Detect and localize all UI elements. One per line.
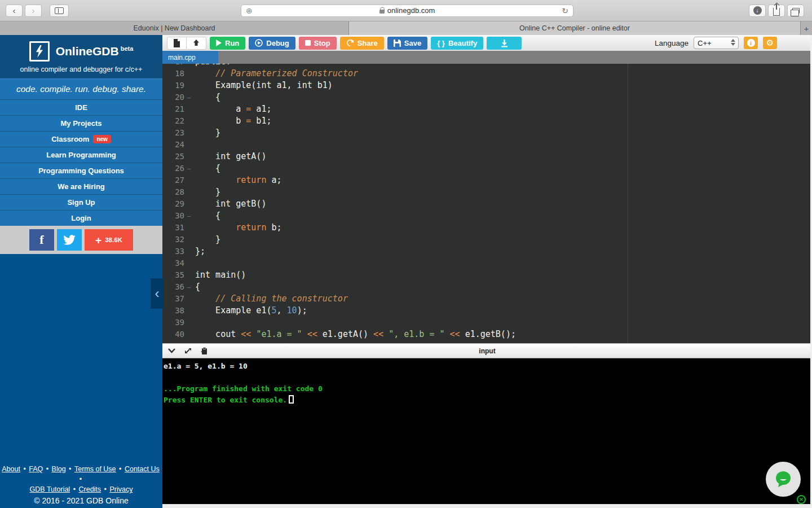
line-number[interactable]: 37	[162, 293, 192, 305]
console-output[interactable]: e1.a = 5, e1.b = 10...Program finished w…	[162, 358, 812, 504]
fold-marker-icon[interactable]: –	[187, 210, 191, 222]
forward-button[interactable]: ›	[25, 5, 42, 17]
code-line[interactable]: 30– {	[162, 210, 812, 222]
code-line[interactable]: 24	[162, 139, 812, 151]
line-number[interactable]: 38	[162, 305, 192, 317]
code-line[interactable]: 40 cout << "e1.a = " << e1.getA() << ", …	[162, 329, 812, 340]
info-button[interactable]: i	[744, 37, 758, 49]
reload-icon[interactable]: ↻	[562, 6, 568, 15]
code-line[interactable]: 23 }	[162, 127, 812, 139]
code-line[interactable]: 34	[162, 257, 812, 269]
line-number[interactable]: 29	[162, 198, 192, 210]
code-line[interactable]: 20– {	[162, 91, 812, 103]
code-line[interactable]: 39	[162, 317, 812, 329]
line-number[interactable]: 26–	[162, 163, 192, 174]
fold-marker-icon[interactable]: –	[187, 91, 191, 103]
new-tab-button[interactable]: +	[801, 21, 812, 35]
footer-link[interactable]: Terms of Use	[74, 465, 116, 473]
code-line[interactable]: 33};	[162, 246, 812, 257]
download-button[interactable]	[487, 37, 522, 50]
settings-button[interactable]: ⚙	[763, 37, 777, 49]
open-file-button[interactable]	[187, 37, 206, 50]
line-number[interactable]: 31	[162, 222, 192, 234]
line-number[interactable]: 28	[162, 186, 192, 198]
share-page-button[interactable]	[768, 5, 785, 17]
fold-marker-icon[interactable]: –	[187, 163, 191, 174]
code-line[interactable]: 29 int getB()	[162, 198, 812, 210]
sidebar-item-sign-up[interactable]: Sign Up	[0, 194, 162, 210]
footer-link[interactable]: About	[2, 465, 20, 473]
beautify-button[interactable]: { } Beautify	[431, 37, 483, 50]
footer-link[interactable]: FAQ	[29, 465, 43, 473]
line-number[interactable]: 25	[162, 151, 192, 163]
file-tab-main-cpp[interactable]: main.cpp	[162, 51, 218, 64]
debug-button[interactable]: Debug	[249, 37, 295, 50]
line-number[interactable]: 30–	[162, 210, 192, 222]
code-line[interactable]: 22 b = b1;	[162, 115, 812, 127]
browser-tab[interactable]: Eduonix | New Dashboard	[0, 21, 349, 35]
address-bar[interactable]: ⊕ onlinegdb.com ↻	[241, 5, 573, 17]
sidebar-item-learn-programming[interactable]: Learn Programming	[0, 147, 162, 163]
sidebar-item-programming-questions[interactable]: Programming Questions	[0, 163, 162, 178]
line-number[interactable]: 36–	[162, 281, 192, 293]
code-line[interactable]: 26– {	[162, 163, 812, 174]
line-number[interactable]: 20–	[162, 91, 192, 103]
code-line[interactable]: 35int main()	[162, 269, 812, 281]
line-number[interactable]: 17	[162, 64, 192, 68]
back-button[interactable]: ‹	[6, 5, 23, 17]
footer-link[interactable]: GDB Tutorial	[30, 485, 70, 493]
code-editor[interactable]: 17public:18 // Parameterized Constructor…	[162, 64, 812, 343]
sidebar-item-we-are-hiring[interactable]: We are Hiring	[0, 178, 162, 194]
code-line[interactable]: 21 a = a1;	[162, 103, 812, 115]
code-line[interactable]: 31 return b;	[162, 222, 812, 234]
code-line[interactable]: 28 }	[162, 186, 812, 198]
footer-link[interactable]: Credits	[78, 485, 101, 493]
line-number[interactable]: 24	[162, 139, 192, 151]
code-line[interactable]: 38 Example e1(5, 10);	[162, 305, 812, 317]
chat-widget-button[interactable]	[766, 462, 801, 497]
line-number[interactable]: 40	[162, 329, 192, 340]
line-number[interactable]: 18	[162, 68, 192, 80]
line-number[interactable]: 23	[162, 127, 192, 139]
sidebar-item-classroom[interactable]: Classroomnew	[0, 131, 162, 147]
share-button[interactable]: Share	[340, 37, 384, 50]
line-number[interactable]: 21	[162, 103, 192, 115]
fold-marker-icon[interactable]: –	[187, 281, 191, 293]
line-number[interactable]: 35	[162, 269, 192, 281]
code-line[interactable]: 18 // Parameterized Constructor	[162, 68, 812, 80]
share-count-button[interactable]: + 38.6K	[85, 229, 133, 251]
facebook-button[interactable]: f	[29, 229, 54, 251]
sidebar-collapse-handle[interactable]: ‹	[151, 278, 164, 309]
footer-link[interactable]: Blog	[52, 465, 66, 473]
line-number[interactable]: 19	[162, 80, 192, 91]
code-line[interactable]: 17public:	[162, 64, 812, 68]
run-button[interactable]: Run	[210, 37, 245, 50]
line-number[interactable]: 33	[162, 246, 192, 257]
browser-tab[interactable]: Online C++ Compiler - online editor	[349, 21, 801, 35]
code-line[interactable]: 37 // Calling the constructor	[162, 293, 812, 305]
circle-plus-icon[interactable]: ⊕	[246, 6, 253, 15]
code-line[interactable]: 27 return a;	[162, 174, 812, 186]
code-line[interactable]: 36–{	[162, 281, 812, 293]
line-number[interactable]: 27	[162, 174, 192, 186]
code-line[interactable]: 32 }	[162, 234, 812, 246]
language-select[interactable]: C++	[694, 37, 739, 49]
new-file-button[interactable]	[167, 37, 187, 50]
sidebar-item-login[interactable]: Login	[0, 210, 162, 226]
code-line[interactable]: 25 int getA()	[162, 151, 812, 163]
line-number[interactable]: 22	[162, 115, 192, 127]
line-number[interactable]: 32	[162, 234, 192, 246]
twitter-button[interactable]	[57, 229, 82, 251]
stop-button[interactable]: Stop	[299, 37, 337, 50]
line-number[interactable]: 39	[162, 317, 192, 329]
footer-link[interactable]: Privacy	[109, 485, 133, 493]
code-line[interactable]: 19 Example(int a1, int b1)	[162, 80, 812, 91]
sidebar-toggle-button[interactable]	[50, 5, 69, 17]
footer-link[interactable]: Contact Us	[125, 465, 160, 473]
line-number[interactable]: 34	[162, 257, 192, 269]
sidebar-item-my-projects[interactable]: My Projects	[0, 115, 162, 131]
downloads-button[interactable]: ↓	[749, 5, 766, 17]
sidebar-item-ide[interactable]: IDE	[0, 99, 162, 115]
chat-close-button[interactable]: ✕	[797, 495, 806, 504]
save-button[interactable]: Save	[387, 37, 427, 50]
